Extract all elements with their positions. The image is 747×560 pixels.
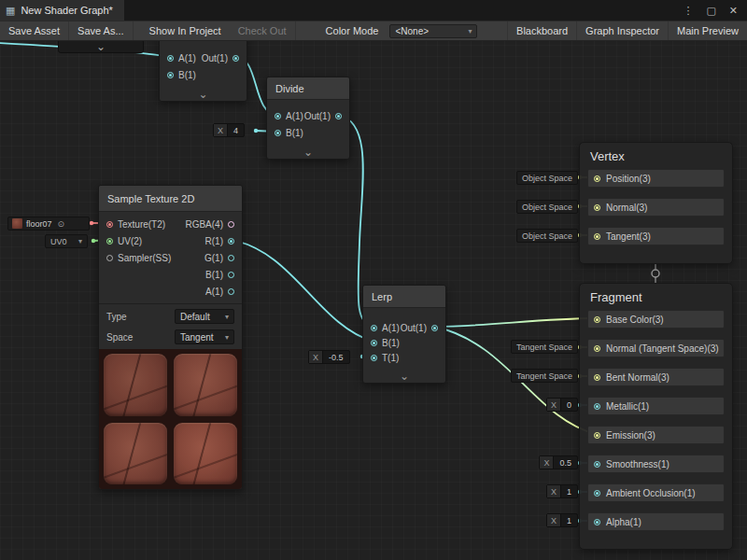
preview-tile — [174, 354, 237, 416]
fragment-row-emission[interactable]: Emission(3) — [587, 426, 725, 444]
input-port-texture[interactable] — [106, 221, 113, 228]
fragment-row-alpha[interactable]: Alpha(1) — [587, 512, 725, 531]
metallic-default-field[interactable]: X0 — [546, 398, 578, 412]
shader-graph-window: ⌄ A(1) Out(1) B(1) ⌄ Divide A(1) Out(1) … — [0, 0, 747, 560]
input-port-t[interactable] — [371, 355, 377, 361]
frag-normal-space-dropdown[interactable]: Tangent Space — [511, 340, 578, 354]
node-title[interactable]: Lerp — [363, 286, 445, 308]
blackboard-toggle[interactable]: Blackboard — [507, 21, 576, 40]
preview-collapse-button[interactable]: ⌄ — [160, 87, 247, 101]
graph-inspector-toggle[interactable]: Graph Inspector — [576, 21, 668, 40]
lerp-t-default-field[interactable]: X -0.5 — [308, 350, 350, 364]
node-title[interactable]: Sample Texture 2D — [99, 186, 242, 212]
main-preview-toggle[interactable]: Main Preview — [668, 21, 747, 40]
alpha-default-field[interactable]: X1 — [546, 513, 578, 527]
color-mode-label: Color Mode — [318, 21, 387, 40]
toolbar: Save Asset Save As... Show In Project Ch… — [0, 21, 747, 41]
node-partial[interactable]: A(1) Out(1) B(1) ⌄ — [159, 34, 247, 102]
input-port-ambient-occlusion[interactable] — [594, 490, 600, 497]
input-port-metallic[interactable] — [594, 403, 600, 410]
show-in-project-button[interactable]: Show In Project — [141, 21, 230, 40]
chevron-down-icon: ▾ — [225, 333, 229, 342]
vertex-row-normal[interactable]: Normal(3) — [587, 198, 725, 217]
port-label: B(1) — [178, 70, 196, 80]
input-port-base-color[interactable] — [594, 316, 600, 323]
output-port-b[interactable] — [228, 272, 234, 278]
position-space-dropdown[interactable]: Object Space — [516, 171, 578, 185]
normal-space-dropdown[interactable]: Object Space — [516, 200, 578, 214]
input-port-alpha[interactable] — [594, 519, 600, 525]
output-port-rgba[interactable] — [228, 221, 234, 228]
output-port-g[interactable] — [228, 255, 234, 261]
more-menu-icon[interactable]: ⋮ — [683, 6, 693, 16]
chevron-down-icon: ▾ — [225, 313, 229, 321]
output-port-a[interactable] — [228, 288, 234, 295]
input-port-sampler[interactable] — [106, 255, 113, 261]
input-port-b[interactable] — [371, 340, 377, 346]
chevron-down-icon: ⌄ — [400, 373, 409, 379]
check-out-button: Check Out — [230, 21, 296, 40]
port-label: Out(1) — [202, 53, 228, 63]
object-picker-icon[interactable]: ⊙ — [58, 219, 65, 229]
fragment-row-metallic[interactable]: Metallic(1) — [587, 397, 725, 415]
window-title: New Shader Graph* — [21, 5, 112, 16]
preview-tile — [174, 423, 237, 485]
vertex-block[interactable]: Vertex Position(3) Normal(3) Tangent(3) — [579, 142, 733, 264]
vertex-row-position[interactable]: Position(3) — [587, 169, 725, 188]
node-lerp[interactable]: Lerp A(1) Out(1) B(1) T(1) ⌄ — [362, 285, 446, 384]
input-port-a[interactable] — [167, 55, 174, 62]
input-port-position[interactable] — [594, 175, 600, 182]
output-port-r[interactable] — [228, 238, 234, 245]
tab-new-shader-graph[interactable]: ▦ New Shader Graph* — [0, 0, 124, 21]
input-port-smoothness[interactable] — [594, 461, 600, 468]
input-port-a[interactable] — [275, 113, 281, 119]
input-port-normal[interactable] — [594, 204, 600, 211]
input-port-b[interactable] — [167, 72, 174, 78]
vertex-row-tangent[interactable]: Tangent(3) — [587, 227, 725, 245]
input-port-emission[interactable] — [594, 432, 600, 439]
type-dropdown[interactable]: Default ▾ — [175, 309, 234, 324]
fragment-row-smoothness[interactable]: Smoothness(1) — [587, 455, 725, 473]
block-title: Fragment — [580, 284, 732, 310]
save-asset-button[interactable]: Save Asset — [0, 21, 69, 40]
texture-preview — [99, 349, 242, 489]
fragment-block[interactable]: Fragment Base Color(3) Normal (Tangent S… — [579, 283, 733, 550]
node-sample-texture-2d[interactable]: Sample Texture 2D Texture(T2) RGBA(4) UV… — [98, 185, 243, 490]
output-port-out[interactable] — [335, 113, 342, 119]
frag-bent-normal-space-dropdown[interactable]: Tangent Space — [511, 369, 578, 383]
maximize-icon[interactable]: ▢ — [706, 6, 715, 16]
preview-collapse-button[interactable]: ⌄ — [363, 369, 445, 383]
uv-channel-dropdown[interactable]: UV0 ▾ — [45, 234, 88, 248]
preview-tile — [104, 354, 167, 416]
fragment-row-normal[interactable]: Normal (Tangent Space)(3) — [587, 339, 725, 357]
space-dropdown[interactable]: Tangent ▾ — [175, 329, 234, 344]
input-port-bent-normal[interactable] — [594, 374, 600, 381]
collapsed-node[interactable]: ⌄ — [58, 39, 144, 53]
ao-default-field[interactable]: X1 — [546, 484, 578, 498]
preview-collapse-button[interactable]: ⌄ — [267, 145, 349, 159]
tangent-space-dropdown[interactable]: Object Space — [516, 229, 578, 243]
close-icon[interactable]: ✕ — [729, 6, 738, 16]
texture-thumbnail — [12, 218, 22, 229]
fragment-row-bent-normal[interactable]: Bent Normal(3) — [587, 368, 725, 386]
texture-object-field[interactable]: floor07 ⊙ — [7, 217, 90, 231]
title-bar: ▦ New Shader Graph* ⋮ ▢ ✕ — [0, 0, 747, 21]
input-port-b[interactable] — [275, 130, 281, 136]
input-port-tangent[interactable] — [594, 233, 600, 240]
smoothness-default-field[interactable]: X0.5 — [539, 455, 578, 469]
node-divide[interactable]: Divide A(1) Out(1) B(1) ⌄ — [266, 77, 350, 160]
node-title[interactable]: Divide — [267, 77, 349, 100]
fragment-row-base-color[interactable]: Base Color(3) — [587, 310, 725, 329]
color-mode-dropdown[interactable]: <None> ▾ — [389, 24, 477, 38]
output-port-out[interactable] — [431, 325, 438, 331]
output-port-out[interactable] — [233, 55, 239, 62]
input-port-normal-ts[interactable] — [594, 345, 600, 352]
input-port-uv[interactable] — [106, 238, 113, 245]
save-as-button[interactable]: Save As... — [69, 21, 134, 40]
input-port-a[interactable] — [371, 325, 377, 331]
chevron-down-icon: ⌄ — [303, 149, 313, 155]
chevron-down-icon[interactable]: ⌄ — [96, 44, 106, 49]
shader-graph-icon: ▦ — [6, 6, 15, 16]
divide-b-default-field[interactable]: X 4 — [213, 123, 245, 137]
fragment-row-ambient-occlusion[interactable]: Ambient Occlusion(1) — [587, 483, 725, 502]
